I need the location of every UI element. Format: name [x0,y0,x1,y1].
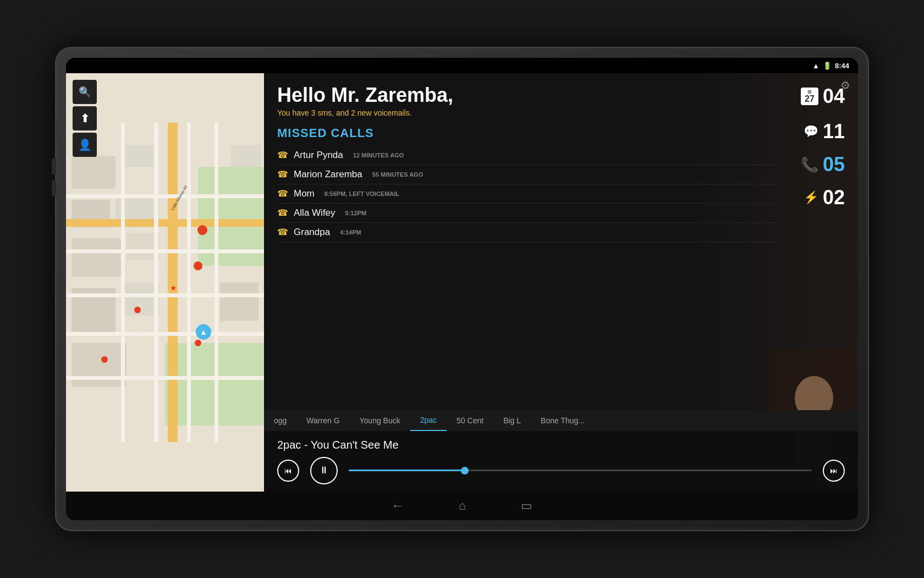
caller-name: Alla Wifey [294,208,336,219]
caller-name: Grandpa [294,227,330,238]
directions-icon: ⬆ [80,112,90,125]
back-button[interactable]: ← [392,499,404,513]
tab-warren-g[interactable]: Warren G [296,410,349,431]
svg-rect-22 [66,376,264,380]
map-contacts-button[interactable]: 👤 [73,133,97,157]
calls-count: 05 [823,155,845,175]
call-time: 4:14PM [340,229,361,236]
alerts-widget[interactable]: ⚡ 02 [804,188,845,208]
person-icon: 👤 [78,138,92,151]
calls-icon: 📞 [801,156,818,173]
svg-rect-21 [66,332,264,336]
calls-widget[interactable]: 📞 05 [801,155,845,175]
music-tabs: ogg Warren G Young Buck 2pac 50 Cent Big… [264,410,858,431]
next-button[interactable]: ⏭ [823,460,845,482]
tablet-screen: ▲ 🔋 8:44 [66,58,858,520]
home-button[interactable]: ⌂ [459,499,466,513]
bottom-nav: ← ⌂ ▭ [66,492,858,520]
music-player: 2pac - You Can't See Me ⏮ ⏸ ⏭ [264,431,858,492]
call-time: 8:56PM, LEFT VOICEMAIL [324,190,399,197]
svg-rect-7 [72,238,121,277]
messages-widget[interactable]: 💬 11 [804,122,845,141]
phone-missed-icon: ☎ [277,150,288,160]
svg-rect-4 [121,145,154,167]
calendar-widget[interactable]: ▦ 27 04 [801,86,845,106]
volume-up-button[interactable] [52,158,56,175]
info-content: Hello Mr. Zaremba, You have 3 sms, and 2… [264,73,858,410]
calendar-icon: ▦ 27 [801,88,818,105]
map-directions-button[interactable]: ⬆ [73,106,97,130]
back-icon: ← [392,499,404,513]
phone-missed-icon: ☎ [277,227,288,237]
phone-missed-icon: ☎ [277,169,288,179]
svg-rect-24 [215,123,218,442]
info-panel: ⚙ 2Pac Hello Mr. Zaremba, You have 3 sms… [264,73,858,492]
tab-ogg[interactable]: ogg [264,410,296,431]
tab-big-l[interactable]: Big L [493,410,531,431]
caller-name: Marion Zaremba [294,169,362,180]
settings-button[interactable]: ⚙ [840,79,850,92]
svg-rect-16 [154,123,158,442]
missed-calls-title: MISSED CALLS [277,126,779,140]
call-time: 5:12PM [345,210,367,216]
messages-icon: 💬 [804,124,818,139]
pause-button[interactable]: ⏸ [310,457,338,484]
svg-rect-11 [72,343,127,387]
phone-missed-icon: ☎ [277,208,288,218]
home-icon: ⌂ [459,499,466,513]
greeting-name: Hello Mr. Zaremba, [277,84,779,106]
alerts-count: 02 [823,188,845,208]
svg-rect-19 [66,249,264,253]
map-controls: 🔍 ⬆ 👤 [73,80,97,157]
recents-button[interactable]: ▭ [521,499,532,513]
messages-count: 11 [823,122,845,141]
wifi-icon: ▲ [812,62,820,70]
svg-text:★: ★ [170,283,177,292]
progress-dot [461,467,469,475]
svg-rect-15 [66,219,264,227]
search-icon: 🔍 [79,86,91,98]
status-time: 8:44 [835,62,849,70]
music-song: You Can't See Me [311,439,399,451]
svg-point-29 [101,356,108,363]
music-separator: - [301,439,310,451]
call-time: 55 MINUTES AGO [372,171,424,178]
call-item[interactable]: ☎ Mom 8:56PM, LEFT VOICEMAIL [277,184,779,204]
tab-50-cent[interactable]: 50 Cent [447,410,493,431]
svg-point-28 [195,340,201,346]
call-item[interactable]: ☎ Artur Pynda 12 MINUTES AGO [277,146,779,165]
svg-rect-17 [187,123,191,442]
svg-rect-14 [168,123,178,442]
progress-bar[interactable] [349,470,812,471]
call-item[interactable]: ☎ Grandpa 4:14PM [277,223,779,242]
map-search-button[interactable]: 🔍 [73,80,97,104]
svg-rect-20 [66,293,264,297]
call-item[interactable]: ☎ Marion Zaremba 55 MINUTES AGO [277,165,779,184]
music-artist: 2pac [277,439,301,451]
call-item[interactable]: ☎ Alla Wifey 5:12PM [277,204,779,223]
tab-bone-thug[interactable]: Bone Thug... [531,410,595,431]
call-time: 12 MINUTES AGO [353,152,404,159]
tab-young-buck[interactable]: Young Buck [350,410,410,431]
recents-icon: ▭ [521,499,532,513]
svg-rect-3 [72,156,116,189]
svg-rect-18 [66,194,264,198]
svg-text:▲: ▲ [200,328,207,336]
caller-name: Mom [294,188,315,199]
map-panel: ★ ▲ Calle Alfonso XII 🔍 [66,73,264,492]
greeting-subtitle: You have 3 sms, and 2 new voicemails. [277,108,779,117]
map-background: ★ ▲ Calle Alfonso XII 🔍 [66,73,264,492]
main-area: ★ ▲ Calle Alfonso XII 🔍 [66,73,858,492]
progress-fill [349,470,465,471]
svg-rect-12 [231,145,261,167]
status-icons: ▲ 🔋 8:44 [812,62,849,70]
status-bar: ▲ 🔋 8:44 [66,58,858,73]
battery-icon: 🔋 [823,62,832,70]
volume-down-button[interactable] [52,180,56,197]
tablet-device: ▲ 🔋 8:44 [55,47,869,531]
tab-2pac[interactable]: 2pac [410,410,447,431]
stats-panel: ▦ 27 04 💬 11 📞 05 [790,84,845,410]
svg-rect-23 [121,123,125,442]
prev-button[interactable]: ⏮ [277,460,299,482]
lightning-icon: ⚡ [804,190,818,205]
